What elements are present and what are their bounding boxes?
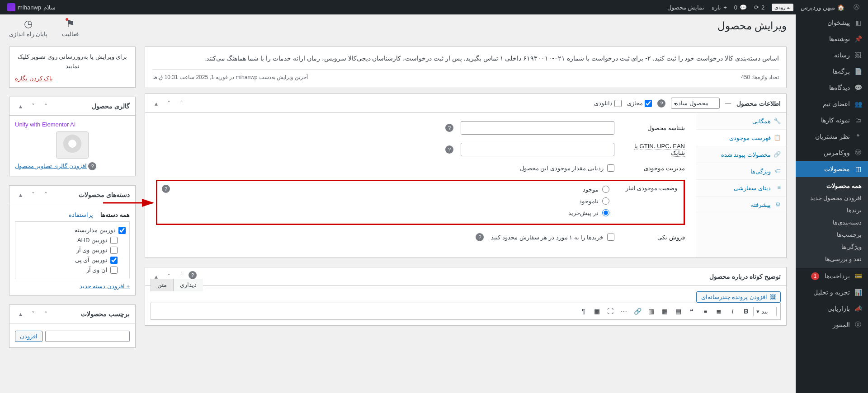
cat-item[interactable]: ان وی آر	[19, 265, 126, 275]
menu-team[interactable]: 👥اعضای تیم	[796, 96, 868, 112]
menu-testimonials[interactable]: ❝نظر مشتریان	[796, 128, 868, 145]
move-up-button[interactable]: ˄	[40, 101, 51, 112]
tab-linked[interactable]: 🔗محصولات پیوند شده	[696, 146, 786, 163]
cat-item[interactable]: دوربین AHD	[19, 235, 126, 245]
menu-marketing[interactable]: 📣بازاریابی	[796, 300, 868, 317]
help-icon[interactable]: ?	[88, 162, 96, 170]
radio-backorder[interactable]: در پیش‌خرید	[164, 209, 609, 216]
fullscreen-button[interactable]: ⛶	[604, 305, 617, 318]
rtl-button[interactable]: ¶	[577, 305, 590, 318]
bold-button[interactable]: B	[740, 305, 752, 318]
bullet-list-button[interactable]: ≣	[712, 305, 725, 318]
tab-general[interactable]: 🔧همگانی	[696, 113, 786, 130]
wp-logo[interactable]: ⓦ	[848, 0, 864, 14]
toolbar-toggle-button[interactable]: ▦	[590, 305, 603, 318]
cat-item[interactable]: دوربین مداربسته	[19, 225, 126, 235]
menu-comments[interactable]: 💬دیدگاه‌ها	[796, 80, 868, 96]
cat-tab-all[interactable]: همه دسته‌ها	[100, 211, 130, 218]
add-category-link[interactable]: + افزودن دسته جدید	[80, 283, 130, 290]
comments-link[interactable]: 💬0	[731, 0, 750, 14]
view-product-link[interactable]: نمایش محصول	[664, 0, 708, 14]
add-tag-button[interactable]: افزودن	[15, 331, 42, 342]
account-link[interactable]: سلام mihanwp	[4, 0, 59, 14]
menu-media[interactable]: 🖼رسانه	[796, 47, 868, 63]
submenu-add-product[interactable]: افزودن محصول جدید	[796, 192, 868, 204]
submenu-categories[interactable]: دسته‌بندی‌ها	[796, 216, 868, 229]
cat-tab-used[interactable]: پراستفاده	[69, 211, 93, 218]
toggle-panel-button[interactable]: ▴	[151, 98, 161, 109]
move-down-button[interactable]: ˅	[163, 271, 174, 282]
submenu-brands[interactable]: برندها	[796, 204, 868, 216]
tab-setup[interactable]: ◷ پایان راه اندازی	[9, 18, 47, 41]
menu-posts[interactable]: 📌نوشته‌ها	[796, 31, 868, 47]
toggle-panel-button[interactable]: ▴	[151, 271, 161, 282]
site-name-link[interactable]: 🏠میهن وردپرس	[797, 0, 848, 14]
toggle-panel-button[interactable]: ▴	[15, 101, 26, 112]
help-icon[interactable]: ?	[445, 145, 453, 154]
updates-link[interactable]: 2⟳	[750, 0, 768, 14]
submenu-all-products[interactable]: همه محصولات	[796, 180, 868, 192]
format-select[interactable]: بند ▾	[753, 307, 777, 316]
move-down-button[interactable]: ˅	[28, 189, 38, 200]
tab-inventory[interactable]: 📋فهرست موجودی	[696, 130, 786, 146]
move-down-button[interactable]: ˅	[28, 309, 38, 319]
quote-button[interactable]: ❝	[685, 305, 698, 318]
toggle-panel-button[interactable]: ▴	[15, 309, 26, 319]
move-up-button[interactable]: ˄	[176, 271, 187, 282]
move-down-button[interactable]: ˅	[28, 101, 38, 112]
last-edit-label: آخرین ویرایش به‌دست mihanwp در فوریه 1, …	[152, 72, 308, 83]
help-icon[interactable]: ?	[445, 124, 453, 132]
tab-advanced[interactable]: ⚙پیشرفته	[696, 196, 786, 213]
submenu-reviews[interactable]: نقد و بررسی‌ها	[796, 253, 868, 265]
tag-input[interactable]	[45, 331, 130, 342]
cat-item[interactable]: دوربین آی پی	[19, 255, 126, 265]
virtual-checkbox[interactable]: مجازی	[627, 100, 652, 107]
italic-button[interactable]: I	[726, 305, 739, 318]
view-product-label: نمایش محصول	[667, 4, 705, 11]
editor-text[interactable]: اساس دسته‌بندی کالا درخواست خود را ثبت ک…	[152, 52, 779, 65]
elementor-ai-link[interactable]: Unify with Elementor AI	[15, 121, 75, 128]
move-up-button[interactable]: ˄	[40, 309, 51, 319]
menu-pages[interactable]: 📄برگه‌ها	[796, 63, 868, 80]
menu-portfolio[interactable]: 🗂نمونه کارها	[796, 112, 868, 128]
align-center-button[interactable]: ▦	[658, 305, 671, 318]
tab-attributes[interactable]: 🏷ویژگی‌ها	[696, 163, 786, 180]
product-type-select[interactable]: محصول ساده ▾	[671, 98, 720, 109]
move-up-button[interactable]: ˄	[40, 189, 51, 200]
move-up-button[interactable]: ˄	[176, 98, 187, 109]
radio-in-stock[interactable]: موجود	[164, 186, 609, 193]
align-left-button[interactable]: ▥	[645, 305, 657, 318]
number-list-button[interactable]: ≡	[699, 305, 712, 318]
add-gallery-link[interactable]: افزودن گالری تصاویر محصول	[15, 163, 87, 169]
tab-custom[interactable]: ≡دیتای سفارشی	[696, 180, 786, 196]
submenu-tags[interactable]: برچسب‌ها	[796, 229, 868, 241]
tab-activity[interactable]: ⚑ فعالیت	[62, 18, 79, 41]
toggle-panel-button[interactable]: ▴	[15, 189, 26, 200]
submenu-attributes[interactable]: ویژگی‌ها	[796, 241, 868, 253]
menu-elementor[interactable]: ⓔالمنتور	[796, 317, 868, 333]
remove-thumbnail-link[interactable]: پاک کردن نگاره	[15, 75, 53, 82]
link-button[interactable]: 🔗	[631, 305, 644, 318]
sku-input[interactable]	[461, 121, 614, 135]
sold-individually-checkbox[interactable]: خریدها را به ۱ مورد در هر سفارش محدود کن…	[491, 234, 614, 241]
soon-badge[interactable]: به زودی	[768, 0, 797, 14]
gallery-thumbnail[interactable]	[56, 131, 89, 159]
help-icon[interactable]: ?	[476, 233, 484, 241]
menu-products[interactable]: ◫محصولات	[796, 161, 868, 177]
menu-analytics[interactable]: 📊تجزیه و تحلیل	[796, 284, 868, 300]
radio-out-of-stock[interactable]: ناموجود	[164, 197, 609, 205]
align-right-button[interactable]: ▤	[672, 305, 684, 318]
menu-dashboard[interactable]: ◧پیشخوان	[796, 14, 868, 31]
menu-payments[interactable]: 💳پرداخت‌ها1	[796, 268, 868, 284]
manage-stock-checkbox[interactable]: ردیابی مقدار موجودی این محصول	[520, 164, 614, 172]
downloadable-checkbox[interactable]: دانلودی	[594, 100, 622, 107]
menu-woocommerce[interactable]: ⓦووکامرس	[796, 145, 868, 161]
help-icon[interactable]: ?	[189, 271, 197, 279]
cat-item[interactable]: دوربین وی آر	[19, 245, 126, 255]
more-button[interactable]: ⋯	[618, 305, 630, 318]
gtin-input[interactable]	[461, 143, 614, 156]
move-down-button[interactable]: ˅	[163, 98, 174, 109]
help-icon[interactable]: ?	[657, 99, 665, 108]
new-content-link[interactable]: +تازه	[708, 0, 731, 14]
add-media-button[interactable]: 🖼افزودن پرونده چندرسانه‌ای	[696, 291, 781, 303]
